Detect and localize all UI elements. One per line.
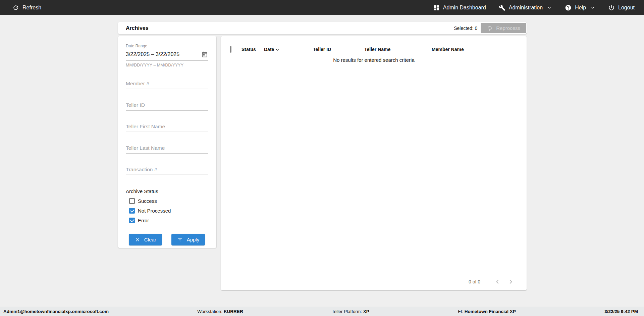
logout-label: Logout (618, 5, 635, 11)
teller-platform-info: Teller Platform: XP (332, 309, 369, 314)
sync-icon (487, 25, 493, 31)
not-processed-checkbox[interactable] (129, 208, 135, 214)
error-checkbox[interactable] (129, 218, 135, 223)
topbar-right-menu: Admin Dashboard Administration Help L (433, 4, 635, 11)
checkbox-row-success[interactable]: Success (129, 198, 208, 204)
column-header-date-label: Date (264, 47, 274, 52)
sort-desc-icon (275, 47, 280, 53)
teller-id-input[interactable] (126, 102, 208, 110)
header-checkbox-cell (221, 47, 241, 52)
paginator: 0 of 0 (221, 273, 527, 290)
column-header-member-name[interactable]: Member Name (432, 47, 527, 52)
teller-first-name-input[interactable] (126, 124, 208, 132)
dashboard-icon (433, 4, 440, 11)
chevron-down-icon (547, 5, 552, 10)
financial-institution-info: FI: Hometown Financial XP (458, 309, 516, 314)
filter-buttons: Clear Apply (126, 234, 208, 245)
admin-dashboard-label: Admin Dashboard (443, 5, 486, 11)
success-checkbox-label: Success (138, 198, 157, 204)
refresh-icon (12, 4, 19, 11)
calendar-icon[interactable] (201, 51, 208, 58)
workstation-info: Workstation: KURRER (197, 309, 243, 314)
not-processed-checkbox-label: Not Processed (138, 208, 171, 214)
reprocess-label: Reprocess (496, 25, 520, 31)
administration-label: Administration (509, 5, 543, 11)
clear-button-label: Clear (144, 237, 156, 242)
chevron-down-icon (590, 5, 595, 10)
logged-in-user: Admin1@hometownfinancialxp.onmicrosoft.c… (3, 309, 109, 314)
filter-icon (177, 237, 183, 243)
status-bar: Admin1@hometownfinancialxp.onmicrosoft.c… (0, 307, 644, 316)
wrench-icon (499, 4, 505, 11)
apply-button-label: Apply (187, 237, 200, 242)
page-title: Archives (126, 25, 149, 31)
admin-dashboard-menu-item[interactable]: Admin Dashboard (433, 4, 486, 11)
member-number-input[interactable] (126, 81, 208, 89)
checkbox-row-error[interactable]: Error (129, 218, 208, 223)
table-header-row: Status Date Teller ID Teller Name Member… (221, 44, 527, 54)
close-icon (135, 237, 141, 243)
checkbox-row-not-processed[interactable]: Not Processed (129, 208, 208, 214)
teller-last-name-input[interactable] (126, 145, 208, 153)
date-format-hint: MM/DD/YYYY – MM/DD/YYYY (126, 63, 208, 67)
archives-table: Status Date Teller ID Teller Name Member… (221, 36, 527, 290)
error-checkbox-label: Error (138, 218, 149, 223)
column-header-date[interactable]: Date (264, 46, 313, 53)
filter-panel: Date Range 3/22/2025 – 3/22/2025 MM/DD/Y… (118, 36, 216, 248)
paginator-range-label: 0 of 0 (469, 279, 480, 284)
transaction-number-input[interactable] (126, 167, 208, 175)
help-menu-item[interactable]: Help (565, 4, 595, 11)
column-header-teller-id[interactable]: Teller ID (313, 47, 364, 52)
apply-button[interactable]: Apply (171, 234, 205, 245)
help-label: Help (575, 5, 586, 11)
refresh-button[interactable]: Refresh (12, 4, 41, 11)
date-range-label: Date Range (126, 44, 208, 48)
column-header-status[interactable]: Status (241, 47, 264, 52)
datetime-label: 3/22/25 9:42 PM (604, 309, 638, 314)
archives-toolbar: Archives Selected: 0 Reprocess (118, 22, 527, 34)
top-menu-bar: Refresh Admin Dashboard Administration H… (0, 0, 644, 15)
logout-menu-item[interactable]: Logout (608, 4, 635, 11)
empty-results-message: No results for entered search criteria (221, 57, 527, 63)
toolbar-actions: Selected: 0 Reprocess (454, 22, 527, 34)
power-icon (608, 4, 615, 11)
date-range-value[interactable]: 3/22/2025 – 3/22/2025 (126, 51, 179, 57)
reprocess-button[interactable]: Reprocess (481, 23, 526, 33)
selected-count-label: Selected: 0 (454, 26, 477, 31)
date-range-field[interactable]: 3/22/2025 – 3/22/2025 (126, 51, 208, 60)
archive-status-label: Archive Status (126, 188, 208, 194)
previous-page-button[interactable] (493, 278, 501, 286)
column-header-teller-name[interactable]: Teller Name (364, 47, 432, 52)
success-checkbox[interactable] (129, 198, 135, 204)
clear-button[interactable]: Clear (129, 234, 162, 245)
administration-menu-item[interactable]: Administration (499, 4, 552, 11)
refresh-label: Refresh (22, 5, 41, 11)
help-icon (565, 4, 572, 11)
select-all-checkbox[interactable] (230, 46, 231, 53)
next-page-button[interactable] (507, 278, 515, 286)
